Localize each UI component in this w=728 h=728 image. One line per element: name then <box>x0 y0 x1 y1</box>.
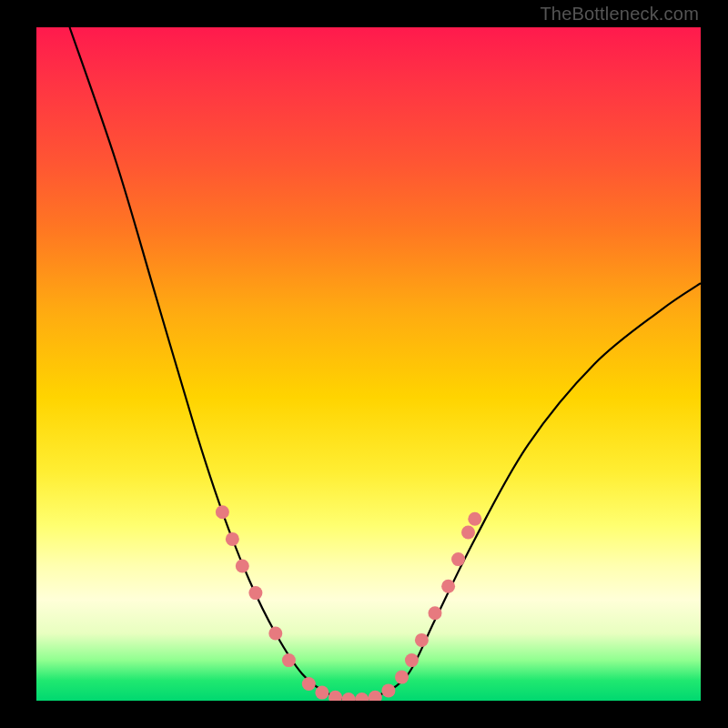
bottleneck-curve-svg <box>36 27 701 701</box>
watermark-text: TheBottleneck.com <box>540 4 699 25</box>
data-marker <box>268 627 282 641</box>
data-marker <box>248 586 262 600</box>
data-marker <box>451 552 465 566</box>
data-marker <box>236 560 249 573</box>
data-marker <box>429 606 442 620</box>
data-marker <box>282 653 296 667</box>
data-marker <box>315 686 329 700</box>
data-marker <box>468 512 481 526</box>
data-marker <box>226 532 239 546</box>
data-marker <box>369 691 382 701</box>
data-marker <box>405 653 419 667</box>
data-marker <box>461 526 475 540</box>
data-marker <box>329 691 342 701</box>
data-marker <box>415 633 429 647</box>
data-marker <box>342 693 356 701</box>
data-marker <box>381 683 395 697</box>
data-marker <box>302 677 316 691</box>
data-marker <box>395 671 409 684</box>
data-marker <box>441 580 455 593</box>
plot-area <box>36 27 701 701</box>
data-marker <box>216 505 229 519</box>
bottleneck-curve-path <box>70 27 702 701</box>
data-marker <box>355 693 369 701</box>
marker-group <box>216 505 481 701</box>
chart-frame: TheBottleneck.com <box>0 0 728 728</box>
